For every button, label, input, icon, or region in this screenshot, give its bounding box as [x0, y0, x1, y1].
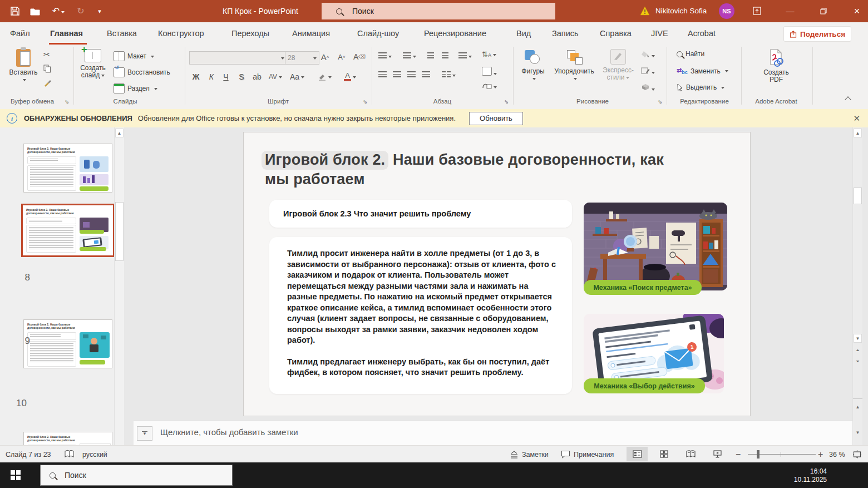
notes-scroll-up-icon[interactable]: ▲ [854, 403, 862, 412]
taskbar-search-box[interactable]: Поиск [40, 465, 233, 486]
tab-jive[interactable]: JIVE [649, 22, 670, 45]
fit-to-window-button[interactable] [852, 450, 862, 461]
close-button[interactable]: × [847, 0, 867, 22]
undo-button[interactable]: ↶ [48, 0, 69, 22]
thumbnail-scroll-up-icon[interactable]: ▲ [115, 129, 124, 137]
paragraph-dialog-launcher[interactable]: ⇘ [503, 98, 510, 105]
copy-button[interactable] [43, 65, 51, 75]
slide-thumbnail-8[interactable]: Игровой блок 2. Наши базовые договоренно… [23, 319, 112, 368]
ribbon-display-options-button[interactable] [747, 0, 767, 22]
zoom-level[interactable]: 36 % [829, 446, 845, 463]
section-button[interactable]: Раздел [114, 83, 157, 93]
warning-icon[interactable]: ! [640, 6, 650, 18]
update-button[interactable]: Обновить [469, 112, 523, 125]
previous-slide-icon[interactable]: ⏶ [854, 346, 862, 355]
bold-button[interactable]: Ж [189, 70, 203, 83]
line-spacing-button[interactable] [458, 52, 472, 60]
notes-pane[interactable]: ▾ Щелкните, чтобы добавить заметки [134, 421, 852, 446]
tab-file[interactable]: Файл [8, 22, 32, 45]
notes-splitter-button[interactable]: ▾ [137, 426, 152, 441]
account-name[interactable]: Nikitovich Sofia [655, 0, 707, 22]
normal-view-button[interactable] [627, 447, 648, 461]
paste-button[interactable]: Вставить [8, 49, 39, 82]
selected-slide-frame[interactable]: Игровой блок 2. Наши базовые договоренно… [21, 204, 115, 257]
tab-view[interactable]: Вид [514, 22, 533, 45]
layout-button[interactable]: Макет [114, 51, 154, 61]
new-slide-button[interactable]: + Создать слайд [77, 49, 109, 79]
slide-body-box[interactable]: Тимлид просит инженера найти в холле пре… [269, 237, 572, 394]
slide-canvas[interactable]: Игровой блок 2. Наши базовые договоренно… [243, 132, 751, 416]
tab-transitions[interactable]: Переходы [229, 22, 272, 45]
notes-placeholder[interactable]: Щелкните, чтобы добавить заметки [160, 427, 298, 437]
cut-button[interactable]: ✂ [43, 50, 50, 59]
arrange-button[interactable]: Упорядочить [552, 49, 596, 81]
scroll-up-icon[interactable]: ▲ [854, 129, 862, 137]
tab-home[interactable]: Главная [48, 22, 85, 45]
slide-indicator[interactable]: Слайд 7 из 23 [6, 446, 51, 463]
justify-button[interactable] [422, 71, 430, 79]
tab-insert[interactable]: Вставка [105, 22, 139, 45]
language-indicator[interactable]: русский [82, 446, 107, 463]
sort-text-button[interactable]: ⇅A [482, 50, 496, 58]
title-search-box[interactable]: Поиск [322, 3, 555, 19]
clock[interactable]: 16:04 10.11.2025 [781, 465, 827, 486]
comments-toggle[interactable]: Примечания [561, 446, 614, 463]
reading-view-button[interactable] [680, 447, 701, 461]
text-direction-button[interactable] [482, 67, 497, 77]
spell-check-icon[interactable] [65, 450, 74, 461]
shape-outline-button[interactable] [641, 67, 655, 76]
align-center-button[interactable] [393, 71, 401, 79]
text-shadow-button[interactable]: S [235, 70, 248, 83]
reset-slide-button[interactable]: ↺ Восстановить [114, 67, 170, 77]
folder-icon[interactable] [27, 0, 43, 22]
clipboard-dialog-launcher[interactable]: ⇘ [63, 98, 70, 105]
numbering-button[interactable] [403, 52, 416, 60]
format-painter-button[interactable] [43, 79, 52, 88]
underline-button[interactable]: Ч [219, 70, 233, 83]
decrease-font-button[interactable]: A˅ [335, 50, 348, 63]
columns-button[interactable] [442, 71, 456, 79]
quick-styles-button[interactable]: Экспресс- стили [601, 49, 635, 81]
shapes-button[interactable]: Фигуры [519, 49, 548, 81]
share-button[interactable]: Поделиться [783, 26, 851, 42]
qat-customize-button[interactable]: ▾ [91, 0, 108, 22]
convert-smartart-button[interactable] [482, 81, 497, 91]
tab-slideshow[interactable]: Слайд-шоу [355, 22, 401, 45]
zoom-slider-thumb[interactable] [757, 450, 760, 459]
font-dialog-launcher[interactable]: ⇘ [362, 98, 368, 105]
tab-design[interactable]: Конструктор [156, 22, 206, 45]
character-spacing-button[interactable]: AV [267, 70, 284, 83]
redo-button[interactable]: ↻ [72, 0, 89, 22]
minimize-button[interactable]: — [780, 0, 800, 22]
tab-review[interactable]: Рецензирование [422, 22, 489, 45]
font-color-button[interactable]: А [341, 70, 359, 83]
find-button[interactable]: Найти [677, 50, 704, 58]
increase-indent-button[interactable] [442, 52, 448, 60]
zoom-out-button[interactable]: − [736, 446, 741, 463]
strikethrough-button[interactable]: ab [250, 70, 264, 83]
align-right-button[interactable] [407, 71, 416, 79]
increase-font-button[interactable]: A˄ [318, 50, 332, 63]
main-scrollbar-thumb[interactable] [854, 188, 862, 204]
replace-button[interactable]: ⇄bc Заменить [677, 67, 728, 75]
shape-fill-button[interactable] [641, 50, 655, 60]
wizard-room-image[interactable] [584, 203, 727, 290]
slide-sorter-view-button[interactable] [653, 447, 674, 461]
start-button[interactable] [2, 462, 29, 488]
font-name-combo[interactable] [189, 51, 287, 65]
clear-formatting-button[interactable]: A⌫ [353, 50, 366, 63]
drawing-dialog-launcher[interactable]: ⇘ [657, 98, 663, 105]
tab-record[interactable]: Запись [550, 22, 581, 45]
slideshow-view-button[interactable] [707, 447, 728, 461]
tab-help[interactable]: Справка [598, 22, 634, 45]
italic-button[interactable]: К [205, 70, 218, 83]
restore-button[interactable] [813, 0, 834, 22]
align-left-button[interactable] [378, 71, 387, 79]
avatar[interactable]: NS [719, 3, 734, 19]
bullets-button[interactable] [378, 52, 392, 60]
notification-close-icon[interactable]: ✕ [853, 114, 860, 124]
save-icon[interactable] [7, 0, 23, 22]
highlight-color-button[interactable] [315, 70, 334, 83]
decrease-indent-button[interactable] [427, 52, 434, 60]
notes-toggle[interactable]: Заметки [510, 446, 549, 463]
